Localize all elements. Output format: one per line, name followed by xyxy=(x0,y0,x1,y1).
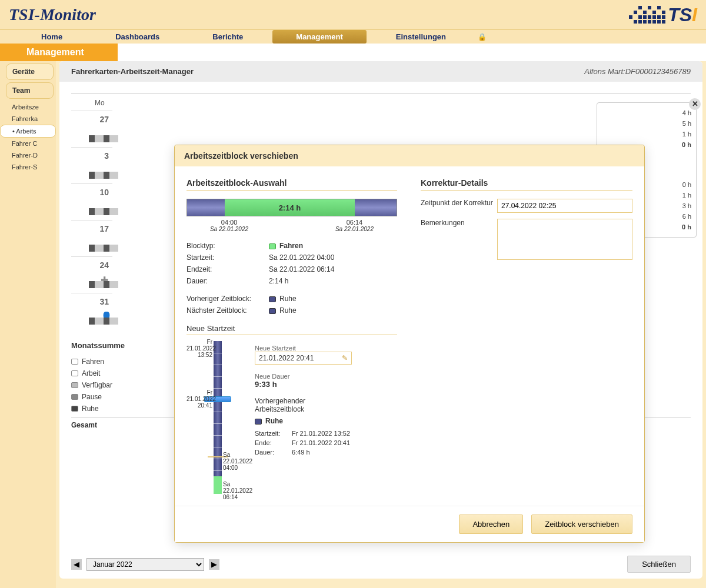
new-dauer-label: Neue Dauer xyxy=(255,373,397,380)
adjacent-grid: Vorheriger Zeitblock: Ruhe Nächster Zeit… xyxy=(187,295,397,315)
rp-value: 5 h xyxy=(602,118,691,129)
logo-dots-icon xyxy=(629,6,665,24)
lbl-startzeit: Startzeit: xyxy=(187,253,263,262)
legend-fahren: Fahren xyxy=(82,358,104,366)
new-dauer-value: 9:33 h xyxy=(255,380,397,389)
sidebar-item-team[interactable]: Team xyxy=(6,82,54,99)
confirm-button[interactable]: Zeitblock verschieben xyxy=(531,514,632,534)
close-button[interactable]: Schließen xyxy=(627,556,691,573)
correction-details-title: Korrektur-Details xyxy=(421,178,632,191)
prev-block-head: Arbeitszeitblock xyxy=(255,405,304,413)
page-header: Fahrerkarten-Arbeitszeit-Manager Alfons … xyxy=(59,61,702,82)
lock-icon[interactable]: 🔒 xyxy=(478,33,487,41)
lbl-naechster: Nächster Zeitblock: xyxy=(187,306,263,315)
sidebar-sub-fahrer-c[interactable]: Fahrer C xyxy=(0,138,56,149)
legend-ruhe: Ruhe xyxy=(82,405,99,413)
nav-home[interactable]: Home xyxy=(18,30,86,44)
rp-value: 4 h xyxy=(602,108,691,118)
logo-right: TSI xyxy=(629,4,697,26)
prev-start-lbl: Startzeit: xyxy=(255,430,287,437)
nav-management[interactable]: Management xyxy=(272,30,366,44)
page-user: Alfons Mart:DF0000123456789 xyxy=(584,67,691,76)
prev-start-val: Fr 21.01.2022 13:52 xyxy=(292,430,397,437)
block-chart: 2:14 h 04:00Sa 22.01.2022 06:14Sa 22.01.… xyxy=(187,199,397,232)
new-start-value: 21.01.2022 20:41 xyxy=(259,354,314,362)
cal-day: 31 xyxy=(99,297,109,306)
sidebar-sub-fahrerka[interactable]: Fahrerka xyxy=(0,113,56,125)
cal-row[interactable]: 27 xyxy=(71,111,112,147)
end-date: Sa 22.01.2022 xyxy=(335,226,374,232)
vtl-label: Sa 22.01.2022 xyxy=(223,481,252,494)
lbl-dauer: Dauer: xyxy=(187,277,263,285)
start-date: Sa 22.01.2022 xyxy=(210,226,248,232)
legend-gesamt: Gesamt xyxy=(71,421,97,429)
nav-berichte[interactable]: Berichte xyxy=(189,30,267,44)
sidebar-sub-arbeitsze[interactable]: Arbeitsze xyxy=(0,101,56,113)
brand-text: TSI xyxy=(668,4,697,26)
vtl-label: 06:14 xyxy=(223,494,238,500)
cal-row[interactable]: 17 xyxy=(71,220,112,256)
cal-day: 3 xyxy=(104,151,109,161)
corr-time-input[interactable] xyxy=(497,199,632,213)
vtl-label: Fr 21.01.2022 xyxy=(187,339,216,352)
nav-dashboards[interactable]: Dashboards xyxy=(92,30,183,44)
corr-time-label: Zeitpunkt der Korrektur xyxy=(421,199,497,213)
sidebar-sub-fahrer-s[interactable]: Fahrer-S xyxy=(0,161,56,173)
end-time: 06:14 xyxy=(335,219,374,226)
app-logo: TSI-Monitor xyxy=(9,5,96,24)
new-start-label: Neue Startzeit xyxy=(255,345,397,352)
prev-month-button[interactable]: ◀ xyxy=(71,559,82,570)
cal-day: 27 xyxy=(99,115,109,124)
edit-icon[interactable]: ✎ xyxy=(342,354,348,362)
page-title: Fahrerkarten-Arbeitszeit-Manager xyxy=(71,67,194,76)
banner: TSI-Monitor TSI xyxy=(0,0,706,29)
close-icon[interactable]: ✕ xyxy=(689,98,701,110)
cancel-button[interactable]: Abbrechen xyxy=(459,514,523,534)
cal-day: 17 xyxy=(99,224,109,233)
val-dauer: 2:14 h xyxy=(269,277,397,285)
nav-einstellungen[interactable]: Einstellungen xyxy=(372,30,469,44)
vtl-label: 20:41 xyxy=(198,402,212,409)
prev-end-lbl: Ende: xyxy=(255,439,287,446)
new-start-input[interactable]: 21.01.2022 20:41 ✎ xyxy=(255,352,352,365)
month-select[interactable]: Januar 2022 xyxy=(86,558,204,571)
remarks-textarea[interactable] xyxy=(497,219,632,260)
prev-end-val: Fr 21.01.2022 20:41 xyxy=(292,439,397,446)
sidebar-sub-arbeits[interactable]: • Arbeits xyxy=(0,125,56,138)
val-startzeit: Sa 22.01.2022 04:00 xyxy=(269,253,397,262)
block-info-grid: Blocktyp: Fahren Startzeit: Sa 22.01.202… xyxy=(187,242,397,285)
prev-block-type: Ruhe xyxy=(265,417,283,425)
cal-row[interactable]: 24✚ xyxy=(71,256,112,293)
vtl-label: 04:00 xyxy=(223,465,238,471)
new-start-title: Neue Startzeit xyxy=(187,324,397,335)
cal-day: 24 xyxy=(99,260,109,270)
sidebar-sub-fahrer-d[interactable]: Fahrer-D xyxy=(0,149,56,161)
modal-left: Arbeitszeitblock-Auswahl 2:14 h 04:00Sa … xyxy=(187,178,397,494)
remarks-label: Bemerkungen xyxy=(421,219,497,260)
cal-day: 10 xyxy=(99,188,109,197)
sidebar: Geräte Team Arbeitsze Fahrerka • Arbeits… xyxy=(0,61,56,588)
modal-footer: Abbrechen Zeitblock verschieben xyxy=(175,506,644,542)
legend-verfuegbar: Verfügbar xyxy=(82,381,112,389)
cal-row[interactable]: 3 xyxy=(71,147,112,183)
cal-row[interactable]: 10 xyxy=(71,183,112,220)
val-endzeit: Sa 22.01.2022 06:14 xyxy=(269,265,397,273)
lbl-blocktyp: Blocktyp: xyxy=(187,242,263,250)
block-duration: 2:14 h xyxy=(279,203,301,212)
val-vorheriger: Ruhe xyxy=(279,295,297,303)
vertical-timeline[interactable]: Fr 21.01.202213:52 Fr 21.01.202220:41 Sa… xyxy=(187,341,245,494)
modal-right: Korrektur-Details Zeitpunkt der Korrektu… xyxy=(421,178,632,494)
next-month-button[interactable]: ▶ xyxy=(209,559,219,570)
legend-pause: Pause xyxy=(82,393,102,401)
prev-dauer-val: 6:49 h xyxy=(292,449,397,456)
lbl-endzeit: Endzeit: xyxy=(187,265,263,273)
cal-row[interactable]: 31👤 xyxy=(71,293,112,329)
vtl-label: Fr 21.01.2022 xyxy=(187,389,216,402)
content: Fahrerkarten-Arbeitszeit-Manager Alfons … xyxy=(56,61,706,588)
sidebar-item-geraete[interactable]: Geräte xyxy=(6,64,54,80)
vtl-label: 13:52 xyxy=(198,352,212,358)
sub-header: Management xyxy=(0,44,118,61)
block-selection-title: Arbeitszeitblock-Auswahl xyxy=(187,178,397,191)
vtl-label: Sa 22.01.2022 xyxy=(223,452,252,465)
prev-dauer-lbl: Dauer: xyxy=(255,449,287,456)
